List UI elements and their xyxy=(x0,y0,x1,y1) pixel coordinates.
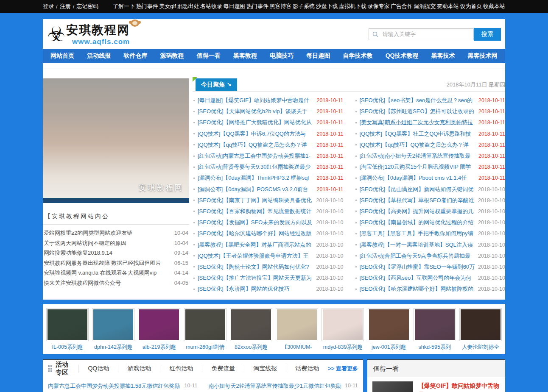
news-link[interactable]: [SEO优化]【陶然士论文】网站代码如何优化? xyxy=(198,263,314,271)
gallery-item[interactable]: mum-260gif剧情 xyxy=(184,308,226,351)
notice-link[interactable]: 快来关注安琪教程网微信公众号 xyxy=(44,278,171,288)
news-link[interactable]: [QQ技术]【王者荣耀体验服账号申请方法】王 xyxy=(198,252,314,260)
nav-item[interactable]: 值得一看 xyxy=(197,52,221,60)
news-link[interactable]: [SEO优化]【罗浮山蜂蜜】靠SEO一年赚到60万 xyxy=(360,263,476,271)
news-link[interactable]: [SEO优化]【网络推广大熊猫优化】网站优化从 xyxy=(198,119,314,126)
news-link[interactable]: [SEO优化]【天津网站优化b2b vip】谈谈关于 xyxy=(198,108,314,115)
gallery-caption[interactable]: 82xxoo系列趣 xyxy=(230,344,272,351)
topbar-link[interactable]: 虚拟机下载 xyxy=(339,3,366,10)
topbar-link[interactable]: 邪恶出处 xyxy=(177,3,199,10)
news-link[interactable]: [红包活动]普贤母婴每天9:30红包雨抽奖送最少 xyxy=(198,163,314,171)
news-link[interactable]: [QQ技术]【QQ黑客】申诉6,7位QQ的方法与 xyxy=(198,130,314,138)
notice-link[interactable]: 安琪啦视频网 v.anqi.la 在线观看各大视频网vip xyxy=(44,268,171,278)
nav-item[interactable]: 黑客技术网 xyxy=(468,52,498,60)
search-button[interactable]: 搜索 xyxy=(474,28,501,41)
topbar-link[interactable]: 设为首页 xyxy=(460,3,482,10)
news-link[interactable]: [SEO优化]【高要网】提升网站权重要掌握的几 xyxy=(360,208,476,215)
topbar-link[interactable]: 每日趣图 xyxy=(223,3,245,10)
news-link[interactable]: [SEO优化]【seo书架】seo是什么意思？seo的 xyxy=(360,97,476,104)
activity-tab[interactable]: QQ活动 xyxy=(78,365,118,373)
news-link[interactable]: [SEO优化]【哈尔滨建站哪个好】网站经过改版 xyxy=(198,230,314,237)
topbar-link[interactable]: 收藏本站 xyxy=(483,3,505,10)
topbar-link[interactable]: 美女gif xyxy=(159,3,176,10)
gallery-caption[interactable]: jew-001系列趣 xyxy=(368,344,410,351)
notice-link[interactable]: 网站搜索功能修复2018.9.14 xyxy=(44,248,171,258)
news-link[interactable]: [SEO优化]【南京丁丁网】网站编辑要具备优化 xyxy=(198,197,314,204)
gallery-caption[interactable]: 人妻沦陷刘婷全 xyxy=(459,344,502,351)
gallery-item[interactable]: 【300MIUM- xyxy=(276,308,318,351)
activity-tab[interactable]: 话费活动 xyxy=(286,365,328,373)
focus-badge[interactable]: 今日聚焦 ↘ xyxy=(196,78,237,91)
gallery-caption[interactable]: shkd-595系列 xyxy=(414,344,456,351)
news-link[interactable]: [SEO优化]【永济网】网站的优化技巧 xyxy=(198,285,314,293)
activity-tab[interactable]: 游戏活动 xyxy=(118,365,160,373)
news-link[interactable]: [漏洞公布]【0day漏洞】Pboot cms v1.1.4任 xyxy=(360,174,476,182)
activity-tab[interactable]: 免费流量 xyxy=(202,365,244,373)
activity-link[interactable]: 内蒙古总工会中国梦劳动美投票抽1.58元微信红包奖励 xyxy=(48,381,182,391)
site-logo[interactable]: ☣ 安琪教程网 www.aqfls.com xyxy=(47,22,139,46)
news-link[interactable]: [漏洞公布]【0day漏洞】POSCMS v3.2.0前台 xyxy=(198,186,314,193)
nav-item[interactable]: 源码教程 xyxy=(160,52,184,60)
topbar-link[interactable]: 赞助本站 xyxy=(437,3,459,10)
news-link[interactable]: [黑客教程]【黑吧安全网】对某厂商演示站点的 xyxy=(198,241,314,249)
news-link[interactable]: [黑客工具]【黑客工具】手把手教你如何用py编 xyxy=(360,230,476,237)
news-link[interactable]: [SEO优化]【发掘网】SEO未来的发展方向以及 xyxy=(198,219,314,226)
news-link[interactable]: [淘宝低价]120元购买15个月腾讯视频VIP 限学 xyxy=(360,163,476,171)
news-link[interactable]: [SEO优化]【草根代写】草根SEO者们的辛酸谁 xyxy=(360,197,476,204)
topbar-link[interactable]: 了解一下 xyxy=(113,3,135,10)
activity-tab[interactable]: 淘宝线报 xyxy=(244,365,286,373)
news-link[interactable]: [美女写真]萌系小姐姐二次元少女克利奥帕特拉 xyxy=(360,119,476,126)
topbar-link[interactable]: 广告合作 xyxy=(391,3,413,10)
nav-item[interactable]: QQ技术教程 xyxy=(386,52,419,60)
news-link[interactable]: [SEO优化]【南昌创域】的网站优化过程的介绍 xyxy=(360,219,476,226)
gallery-caption[interactable]: dphn-142系列趣 xyxy=(92,344,134,351)
gallery-item[interactable]: dphn-142系列趣 xyxy=(92,308,134,351)
gallery-caption[interactable]: mdyd-839系列趣 xyxy=(322,344,364,351)
gallery-item[interactable]: 82xxoo系列趣 xyxy=(230,308,272,351)
news-link[interactable]: [QQ技术]【qq技巧】QQ被盗之后怎么办？详 xyxy=(360,141,476,149)
news-link[interactable]: [漏洞公布]【0day漏洞】ThinkPHP3.2 框架sql xyxy=(198,174,314,182)
news-link[interactable]: [QQ技术]【QQ黑客】社工之QQ申诉思路和技 xyxy=(360,130,476,138)
news-link[interactable]: [黑客教程]【一对一黑客培训基地】SQL注入读 xyxy=(360,241,476,249)
gallery-item[interactable]: 人妻沦陷刘婷全 xyxy=(459,308,502,351)
worth-item-link[interactable]: 【爆笑GIF】敢问姑娘梦中舌吻是什 xyxy=(418,381,500,392)
notice-link[interactable]: 爱站网权重≥2的同类型网站欢迎友链 xyxy=(44,228,171,238)
activity-tab[interactable]: 红包活动 xyxy=(160,365,202,373)
gallery-caption[interactable]: mum-260gif剧情 xyxy=(184,344,226,351)
notice-link[interactable]: 关于这两天网站访问不稳定的原因 xyxy=(44,238,171,248)
news-link[interactable]: [SEO优化]【昆山满座网】新网站如何关键词优 xyxy=(360,186,476,193)
news-link[interactable]: [红包活动]内蒙古总工会中国梦劳动美投票抽1- xyxy=(198,152,314,160)
topbar-link[interactable]: 热门事件 xyxy=(246,3,268,10)
topbar-link[interactable]: 名站收录 xyxy=(200,3,222,10)
gallery-caption[interactable]: alb-219系列趣 xyxy=(138,344,180,351)
auth-link[interactable]: 登录 xyxy=(43,3,54,10)
gallery-caption[interactable]: 【300MIUM- xyxy=(276,344,318,351)
gallery-item[interactable]: shkd-595系列 xyxy=(414,308,456,351)
news-link[interactable]: [SEO优化]【百家和购物网】常见流量数据统计 xyxy=(198,208,314,215)
nav-item[interactable]: 黑客教程 xyxy=(233,52,257,60)
news-link[interactable]: [SEO优化]【哈尔滨建站哪个好】网站被降权的 xyxy=(360,285,476,293)
topbar-link[interactable]: 影子系统 xyxy=(293,3,315,10)
gallery-item[interactable]: alb-219系列趣 xyxy=(138,308,180,351)
nav-item[interactable]: 软件仓库 xyxy=(123,52,147,60)
topbar-link[interactable]: 黑客博客 xyxy=(269,3,291,10)
topbar-link[interactable]: 热门事件 xyxy=(136,3,158,10)
gallery-item[interactable]: IL-005系列趣 xyxy=(46,308,89,351)
gallery-item[interactable]: mdyd-839系列趣 xyxy=(322,308,364,351)
search-input[interactable] xyxy=(369,28,474,40)
news-link[interactable]: [红包活动]合肥工会每天9点争当标兵答题抽最 xyxy=(360,252,476,260)
nav-item[interactable]: 活动线报 xyxy=(87,52,111,60)
news-link[interactable]: [红包活动]南小妞每天2轮清算系统宣传抽取最 xyxy=(360,152,476,160)
notice-link[interactable]: 安琪教程网服务器出现故障 数据已经找回但图片 xyxy=(44,258,171,268)
nav-item[interactable]: 自学技术教 xyxy=(343,52,373,60)
news-link[interactable]: [SEO优化]【苏州旺道SEO】怎样可以让收录的 xyxy=(360,108,476,115)
auth-link[interactable]: 注册 xyxy=(60,3,71,10)
topbar-link[interactable]: 录像专家 xyxy=(367,3,389,10)
view-more-link[interactable]: >> 查看更多 xyxy=(328,365,358,373)
news-link[interactable]: [QQ技术]【qq技巧】QQ被盗之后怎么办？详 xyxy=(198,141,314,149)
topbar-link[interactable]: 沙盘下载 xyxy=(316,3,338,10)
news-link[interactable]: [SEO优化]【西风seo】互联网公司的年会为何 xyxy=(360,274,476,282)
news-link[interactable]: [SEO优化]【推广方法智搜宝】网站天天更新为 xyxy=(198,274,314,282)
topbar-link[interactable]: 漏洞提交 xyxy=(414,3,436,10)
hero-slideshow[interactable]: 安琪教程网 xyxy=(43,78,189,203)
